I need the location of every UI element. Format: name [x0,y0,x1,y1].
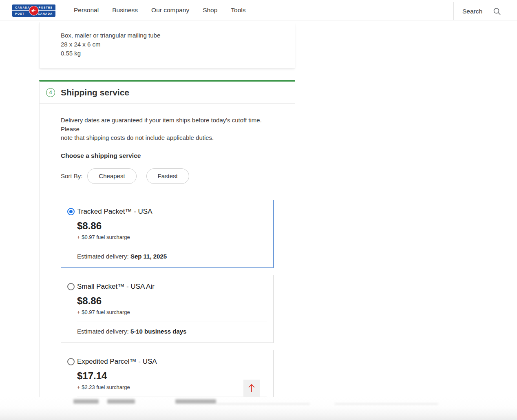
search-area: Search [453,2,517,20]
service-name: Expedited Parcel™ - USA [77,358,157,366]
search-label[interactable]: Search [462,8,482,15]
logo-text-postes: POSTES [39,6,53,9]
logo-text-post: POST [15,12,24,15]
logo-text-canada-left: CANADA [15,6,30,9]
section-body: Delivery dates are guaranteed if your it… [40,104,295,420]
estimated-delivery-value: 5-10 business days [130,328,187,335]
nav-item-shop[interactable]: Shop [203,7,217,14]
faded-content-fragment [107,399,135,404]
shipping-service-section: 4 Shipping service Delivery dates are gu… [39,80,295,420]
back-to-top-button[interactable] [243,380,260,397]
site-header: CANADA POST POSTES CANADA Personal Busin… [0,0,517,20]
package-weight: 0.55 kg [61,49,295,58]
logo-text-canada-right: CANADA [38,12,53,15]
sort-cheapest-button[interactable]: Cheapest [87,168,136,184]
estimated-delivery: Estimated delivery: Sep 11, 2025 [77,253,273,267]
option-header: Expedited Parcel™ - USA [67,358,273,366]
radio-unselected-icon[interactable] [67,283,75,290]
service-name: Small Packet™ - USA Air [77,283,155,291]
service-name: Tracked Packet™ - USA [77,208,152,216]
step-number-badge: 4 [46,88,55,97]
estimated-delivery: Estimated delivery: 5-10 business days [77,328,273,343]
nav-item-business[interactable]: Business [112,7,138,14]
search-icon[interactable] [493,7,501,17]
nav-item-our-company[interactable]: Our company [151,7,189,14]
service-option-tracked-packet-usa[interactable]: Tracked Packet™ - USA $8.86 + $0.97 fuel… [61,200,274,268]
estimated-delivery-label: Estimated delivery: [77,253,130,260]
option-divider [77,396,267,396]
description-line-2: note that shipping costs do not include … [61,133,272,142]
service-option-small-packet-usa-air[interactable]: Small Packet™ - USA Air $8.86 + $0.97 fu… [61,275,274,343]
option-header: Tracked Packet™ - USA [67,208,273,216]
choose-service-heading: Choose a shipping service [61,152,272,159]
page: CANADA POST POSTES CANADA Personal Busin… [0,0,517,420]
service-options-list: Tracked Packet™ - USA $8.86 + $0.97 fuel… [61,200,274,420]
estimated-delivery-value: Sep 11, 2025 [130,253,167,260]
sort-fastest-button[interactable]: Fastest [146,168,189,184]
sort-by-label: Sort By: [61,172,82,179]
sort-row: Sort By: Cheapest Fastest [61,168,272,184]
faded-content-fragment [334,403,438,405]
radio-unselected-icon[interactable] [67,358,75,365]
main-nav: Personal Business Our company Shop Tools [74,0,246,20]
nav-item-tools[interactable]: Tools [231,7,245,14]
description-line-1: Delivery dates are guaranteed if your it… [61,116,272,133]
bottom-fade-band [0,397,517,420]
faded-content-fragment [216,403,310,405]
canada-post-logo[interactable]: CANADA POST POSTES CANADA [12,4,55,17]
section-header: 4 Shipping service [40,82,295,104]
section-title: Shipping service [61,88,129,97]
faded-content-fragment [73,399,99,404]
package-dimensions: 28 x 24 x 6 cm [61,40,295,49]
option-header: Small Packet™ - USA Air [67,283,273,291]
fuel-surcharge: + $0.97 fuel surcharge [77,309,273,315]
service-price: $8.86 [77,295,273,307]
wing-icon [29,6,39,15]
service-price: $8.86 [77,220,273,232]
nav-item-personal[interactable]: Personal [74,7,99,14]
option-divider [77,321,267,321]
radio-selected-icon[interactable] [67,208,75,215]
package-summary-card: Box, mailer or triangular mailing tube 2… [39,22,295,69]
option-divider [77,246,267,246]
arrow-up-icon [247,382,256,394]
faded-content-fragment [175,399,216,404]
fuel-surcharge: + $0.97 fuel surcharge [77,234,273,240]
estimated-delivery-label: Estimated delivery: [77,328,130,335]
package-type: Box, mailer or triangular mailing tube [61,31,295,40]
